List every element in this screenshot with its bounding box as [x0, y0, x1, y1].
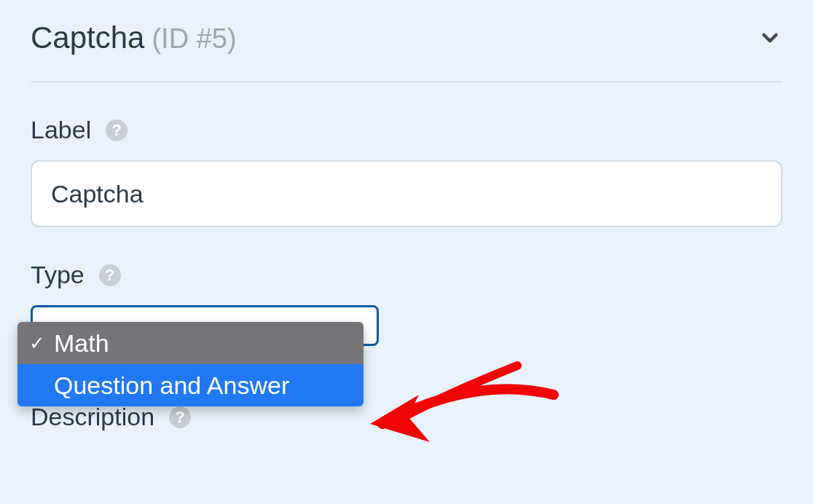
- chevron-down-icon[interactable]: [758, 25, 782, 50]
- type-field-label: Type: [31, 261, 85, 289]
- panel-id: (ID #5): [152, 23, 236, 55]
- help-icon[interactable]: ?: [169, 406, 191, 428]
- description-field-group: Description ?: [31, 403, 782, 431]
- check-icon: ✓: [26, 332, 48, 355]
- type-option-question-and-answer[interactable]: Question and Answer: [17, 364, 364, 406]
- option-label: Question and Answer: [54, 371, 289, 400]
- label-input[interactable]: [31, 160, 782, 227]
- help-icon[interactable]: ?: [99, 264, 121, 286]
- label-field-group: Label ?: [31, 116, 782, 227]
- description-field-label: Description: [31, 403, 154, 431]
- panel-title: Captcha: [31, 20, 144, 55]
- option-label: Math: [54, 329, 109, 358]
- panel-header[interactable]: Captcha (ID #5): [31, 0, 782, 82]
- type-option-math[interactable]: ✓ Math: [17, 322, 364, 364]
- help-icon[interactable]: ?: [106, 119, 127, 141]
- type-dropdown: ✓ Math Question and Answer: [17, 322, 364, 406]
- label-field-label: Label: [31, 116, 91, 144]
- type-field-group: Type ? ✓ Math Question and Answer: [31, 261, 782, 346]
